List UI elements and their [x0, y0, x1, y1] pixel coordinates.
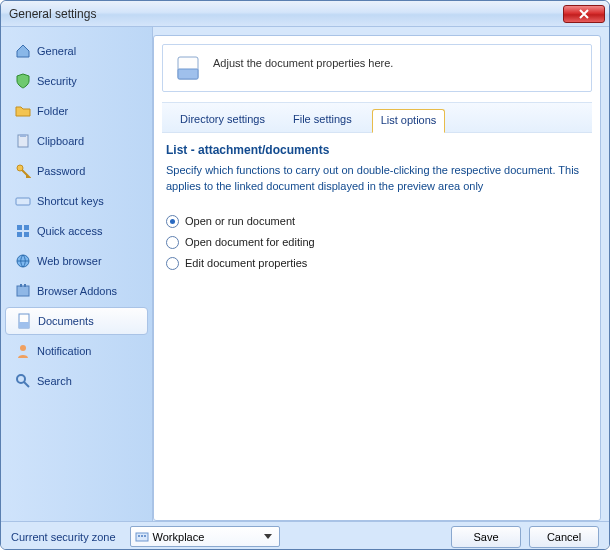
- zone-label: Current security zone: [11, 531, 116, 543]
- cancel-button[interactable]: Cancel: [529, 526, 599, 548]
- folder-icon: [15, 103, 31, 119]
- clipboard-icon: [15, 133, 31, 149]
- close-icon: [579, 9, 589, 19]
- close-button[interactable]: [563, 5, 605, 23]
- home-icon: [15, 43, 31, 59]
- user-icon: [15, 343, 31, 359]
- sidebar-item-label: Quick access: [37, 225, 102, 237]
- sidebar-item-label: Search: [37, 375, 72, 387]
- grid-icon: [15, 223, 31, 239]
- shield-icon: [15, 73, 31, 89]
- sidebar: GeneralSecurityFolderClipboardPasswordSh…: [1, 27, 153, 521]
- svg-rect-5: [24, 225, 29, 230]
- sidebar-item-browser-addons[interactable]: Browser Addons: [5, 277, 148, 305]
- sidebar-item-notification[interactable]: Notification: [5, 337, 148, 365]
- svg-rect-9: [17, 286, 29, 296]
- svg-point-14: [20, 345, 26, 351]
- zone-value: Workplace: [153, 531, 257, 543]
- svg-point-15: [17, 375, 25, 383]
- sidebar-item-shortcut-keys[interactable]: Shortcut keys: [5, 187, 148, 215]
- security-zone-dropdown[interactable]: Workplace: [130, 526, 280, 547]
- sidebar-item-label: Web browser: [37, 255, 102, 267]
- globe-icon: [15, 253, 31, 269]
- svg-rect-10: [20, 284, 22, 287]
- section-description: Specify which functions to carry out on …: [166, 163, 588, 195]
- footer-bar: Current security zone Workplace Save Can…: [1, 521, 609, 550]
- sidebar-item-label: Folder: [37, 105, 68, 117]
- sidebar-item-web-browser[interactable]: Web browser: [5, 247, 148, 275]
- save-button[interactable]: Save: [451, 526, 521, 548]
- svg-rect-21: [144, 535, 146, 537]
- sidebar-item-label: Clipboard: [37, 135, 84, 147]
- hint-text: Adjust the document properties here.: [213, 55, 393, 69]
- svg-rect-4: [17, 225, 22, 230]
- radio-option-1[interactable]: Open document for editing: [166, 236, 588, 249]
- radio-option-0[interactable]: Open or run document: [166, 215, 588, 228]
- search-icon: [15, 373, 31, 389]
- radio-button[interactable]: [166, 236, 179, 249]
- svg-rect-7: [24, 232, 29, 237]
- sidebar-item-label: Documents: [38, 315, 94, 327]
- document-hint-icon: [175, 55, 201, 81]
- section-title: List - attachment/documents: [166, 143, 588, 157]
- document-icon: [16, 313, 32, 329]
- radio-button[interactable]: [166, 215, 179, 228]
- svg-rect-17: [178, 69, 198, 79]
- tab-list-options[interactable]: List options: [372, 109, 446, 133]
- svg-rect-13: [19, 322, 29, 328]
- addon-icon: [15, 283, 31, 299]
- radio-label: Edit document properties: [185, 257, 307, 269]
- key-icon: [15, 163, 31, 179]
- keyboard-icon: [15, 193, 31, 209]
- sidebar-item-label: Notification: [37, 345, 91, 357]
- tab-file-settings[interactable]: File settings: [285, 109, 360, 132]
- svg-rect-3: [16, 198, 30, 205]
- radio-label: Open document for editing: [185, 236, 315, 248]
- main-panel: Adjust the document properties here. Dir…: [153, 35, 601, 521]
- sidebar-item-folder[interactable]: Folder: [5, 97, 148, 125]
- workplace-icon: [135, 530, 149, 544]
- window-title: General settings: [9, 7, 563, 21]
- sidebar-item-clipboard[interactable]: Clipboard: [5, 127, 148, 155]
- radio-button[interactable]: [166, 257, 179, 270]
- sidebar-item-label: Browser Addons: [37, 285, 117, 297]
- chevron-down-icon: [261, 534, 275, 539]
- sidebar-item-label: Shortcut keys: [37, 195, 104, 207]
- svg-rect-1: [20, 134, 26, 137]
- sidebar-item-documents[interactable]: Documents: [5, 307, 148, 335]
- sidebar-item-search[interactable]: Search: [5, 367, 148, 395]
- radio-group: Open or run documentOpen document for ed…: [162, 207, 592, 278]
- radio-label: Open or run document: [185, 215, 295, 227]
- sidebar-item-password[interactable]: Password: [5, 157, 148, 185]
- radio-option-2[interactable]: Edit document properties: [166, 257, 588, 270]
- sidebar-item-general[interactable]: General: [5, 37, 148, 65]
- sidebar-item-label: Password: [37, 165, 85, 177]
- sidebar-item-label: General: [37, 45, 76, 57]
- tab-directory-settings[interactable]: Directory settings: [172, 109, 273, 132]
- hint-box: Adjust the document properties here.: [162, 44, 592, 92]
- svg-rect-11: [24, 284, 26, 287]
- sidebar-item-security[interactable]: Security: [5, 67, 148, 95]
- svg-rect-19: [138, 535, 140, 537]
- sidebar-item-label: Security: [37, 75, 77, 87]
- svg-rect-20: [141, 535, 143, 537]
- title-bar: General settings: [1, 1, 609, 27]
- sidebar-item-quick-access[interactable]: Quick access: [5, 217, 148, 245]
- tab-strip: Directory settingsFile settingsList opti…: [162, 102, 592, 133]
- svg-rect-6: [17, 232, 22, 237]
